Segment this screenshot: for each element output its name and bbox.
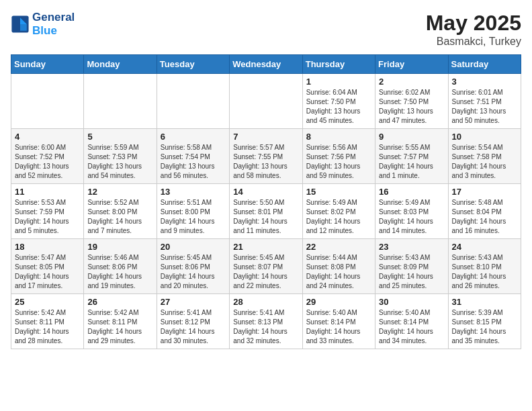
day-number: 5 bbox=[87, 132, 152, 142]
day-info: Sunrise: 5:49 AM Sunset: 8:03 PM Dayligh… bbox=[379, 198, 444, 236]
day-cell: 15Sunrise: 5:49 AM Sunset: 8:02 PM Dayli… bbox=[302, 184, 375, 239]
day-cell: 13Sunrise: 5:51 AM Sunset: 8:00 PM Dayli… bbox=[157, 184, 229, 239]
day-info: Sunrise: 5:45 AM Sunset: 8:06 PM Dayligh… bbox=[161, 253, 226, 291]
day-info: Sunrise: 5:41 AM Sunset: 8:12 PM Dayligh… bbox=[161, 308, 226, 346]
day-info: Sunrise: 5:44 AM Sunset: 8:08 PM Dayligh… bbox=[306, 253, 371, 291]
day-cell: 28Sunrise: 5:41 AM Sunset: 8:13 PM Dayli… bbox=[230, 294, 302, 349]
day-number: 31 bbox=[452, 297, 517, 307]
day-number: 15 bbox=[306, 187, 371, 197]
day-info: Sunrise: 5:45 AM Sunset: 8:07 PM Dayligh… bbox=[233, 253, 298, 291]
day-info: Sunrise: 5:41 AM Sunset: 8:13 PM Dayligh… bbox=[233, 308, 298, 346]
day-cell: 23Sunrise: 5:43 AM Sunset: 8:09 PM Dayli… bbox=[375, 239, 448, 294]
logo-text: General Blue bbox=[32, 11, 75, 38]
day-cell: 11Sunrise: 5:53 AM Sunset: 7:59 PM Dayli… bbox=[11, 184, 84, 239]
day-number: 16 bbox=[379, 187, 444, 197]
day-info: Sunrise: 5:56 AM Sunset: 7:56 PM Dayligh… bbox=[306, 143, 371, 181]
day-number: 21 bbox=[233, 242, 298, 252]
day-info: Sunrise: 6:00 AM Sunset: 7:52 PM Dayligh… bbox=[15, 143, 80, 181]
day-number: 29 bbox=[306, 297, 371, 307]
day-info: Sunrise: 5:43 AM Sunset: 8:10 PM Dayligh… bbox=[452, 253, 517, 291]
day-number: 8 bbox=[306, 132, 371, 142]
day-cell: 31Sunrise: 5:39 AM Sunset: 8:15 PM Dayli… bbox=[448, 294, 521, 349]
day-info: Sunrise: 5:50 AM Sunset: 8:01 PM Dayligh… bbox=[233, 198, 298, 236]
day-number: 19 bbox=[87, 242, 152, 252]
day-number: 14 bbox=[233, 187, 298, 197]
weekday-header-monday: Monday bbox=[84, 55, 157, 74]
weekday-header-wednesday: Wednesday bbox=[230, 55, 302, 74]
day-cell: 17Sunrise: 5:48 AM Sunset: 8:04 PM Dayli… bbox=[448, 184, 521, 239]
day-cell bbox=[11, 74, 84, 129]
day-info: Sunrise: 5:47 AM Sunset: 8:05 PM Dayligh… bbox=[15, 253, 80, 291]
day-cell: 12Sunrise: 5:52 AM Sunset: 8:00 PM Dayli… bbox=[84, 184, 157, 239]
day-number: 11 bbox=[15, 187, 80, 197]
day-cell: 19Sunrise: 5:46 AM Sunset: 8:06 PM Dayli… bbox=[84, 239, 157, 294]
day-cell: 10Sunrise: 5:54 AM Sunset: 7:58 PM Dayli… bbox=[448, 129, 521, 184]
weekday-header-thursday: Thursday bbox=[302, 55, 375, 74]
day-cell: 5Sunrise: 5:59 AM Sunset: 7:53 PM Daylig… bbox=[84, 129, 157, 184]
day-info: Sunrise: 5:59 AM Sunset: 7:53 PM Dayligh… bbox=[87, 143, 152, 181]
day-info: Sunrise: 5:52 AM Sunset: 8:00 PM Dayligh… bbox=[87, 198, 152, 236]
day-cell bbox=[157, 74, 229, 129]
day-cell: 6Sunrise: 5:58 AM Sunset: 7:54 PM Daylig… bbox=[157, 129, 229, 184]
day-cell: 21Sunrise: 5:45 AM Sunset: 8:07 PM Dayli… bbox=[230, 239, 302, 294]
day-cell: 1Sunrise: 6:04 AM Sunset: 7:50 PM Daylig… bbox=[302, 74, 375, 129]
day-cell bbox=[84, 74, 157, 129]
day-number: 22 bbox=[306, 242, 371, 252]
day-number: 4 bbox=[15, 132, 80, 142]
day-info: Sunrise: 5:48 AM Sunset: 8:04 PM Dayligh… bbox=[452, 198, 517, 236]
day-cell bbox=[230, 74, 302, 129]
day-number: 20 bbox=[161, 242, 226, 252]
day-number: 3 bbox=[452, 77, 517, 87]
day-cell: 24Sunrise: 5:43 AM Sunset: 8:10 PM Dayli… bbox=[448, 239, 521, 294]
weekday-header-sunday: Sunday bbox=[11, 55, 84, 74]
day-info: Sunrise: 6:01 AM Sunset: 7:51 PM Dayligh… bbox=[452, 88, 517, 126]
day-number: 13 bbox=[161, 187, 226, 197]
day-number: 12 bbox=[87, 187, 152, 197]
weekday-header-tuesday: Tuesday bbox=[157, 55, 229, 74]
weekday-header-row: SundayMondayTuesdayWednesdayThursdayFrid… bbox=[11, 55, 521, 74]
week-row-4: 18Sunrise: 5:47 AM Sunset: 8:05 PM Dayli… bbox=[11, 239, 521, 294]
day-number: 17 bbox=[452, 187, 517, 197]
page-header: General Blue May 2025 Basmakci, Turkey bbox=[11, 11, 521, 48]
day-info: Sunrise: 5:42 AM Sunset: 8:11 PM Dayligh… bbox=[87, 308, 152, 346]
day-number: 28 bbox=[233, 297, 298, 307]
day-cell: 29Sunrise: 5:40 AM Sunset: 8:14 PM Dayli… bbox=[302, 294, 375, 349]
day-cell: 7Sunrise: 5:57 AM Sunset: 7:55 PM Daylig… bbox=[230, 129, 302, 184]
day-info: Sunrise: 6:04 AM Sunset: 7:50 PM Dayligh… bbox=[306, 88, 371, 126]
day-number: 24 bbox=[452, 242, 517, 252]
day-info: Sunrise: 5:40 AM Sunset: 8:14 PM Dayligh… bbox=[306, 308, 371, 346]
day-info: Sunrise: 5:58 AM Sunset: 7:54 PM Dayligh… bbox=[161, 143, 226, 181]
day-cell: 27Sunrise: 5:41 AM Sunset: 8:12 PM Dayli… bbox=[157, 294, 229, 349]
day-info: Sunrise: 5:54 AM Sunset: 7:58 PM Dayligh… bbox=[452, 143, 517, 181]
day-number: 1 bbox=[306, 77, 371, 87]
day-info: Sunrise: 5:53 AM Sunset: 7:59 PM Dayligh… bbox=[15, 198, 80, 236]
svg-marker-2 bbox=[20, 24, 27, 31]
weekday-header-friday: Friday bbox=[375, 55, 448, 74]
day-info: Sunrise: 5:57 AM Sunset: 7:55 PM Dayligh… bbox=[233, 143, 298, 181]
day-info: Sunrise: 5:39 AM Sunset: 8:15 PM Dayligh… bbox=[452, 308, 517, 346]
day-number: 2 bbox=[379, 77, 444, 87]
day-cell: 8Sunrise: 5:56 AM Sunset: 7:56 PM Daylig… bbox=[302, 129, 375, 184]
month-title: May 2025 bbox=[426, 11, 521, 36]
logo: General Blue bbox=[11, 11, 75, 38]
logo-icon bbox=[11, 15, 30, 34]
week-row-2: 4Sunrise: 6:00 AM Sunset: 7:52 PM Daylig… bbox=[11, 129, 521, 184]
day-number: 30 bbox=[379, 297, 444, 307]
weekday-header-saturday: Saturday bbox=[448, 55, 521, 74]
day-info: Sunrise: 6:02 AM Sunset: 7:50 PM Dayligh… bbox=[379, 88, 444, 126]
day-number: 9 bbox=[379, 132, 444, 142]
location: Basmakci, Turkey bbox=[426, 36, 521, 48]
day-cell: 18Sunrise: 5:47 AM Sunset: 8:05 PM Dayli… bbox=[11, 239, 84, 294]
day-info: Sunrise: 5:42 AM Sunset: 8:11 PM Dayligh… bbox=[15, 308, 80, 346]
calendar: SundayMondayTuesdayWednesdayThursdayFrid… bbox=[11, 54, 521, 349]
day-number: 6 bbox=[161, 132, 226, 142]
day-info: Sunrise: 5:46 AM Sunset: 8:06 PM Dayligh… bbox=[87, 253, 152, 291]
day-cell: 20Sunrise: 5:45 AM Sunset: 8:06 PM Dayli… bbox=[157, 239, 229, 294]
title-block: May 2025 Basmakci, Turkey bbox=[426, 11, 521, 48]
day-cell: 4Sunrise: 6:00 AM Sunset: 7:52 PM Daylig… bbox=[11, 129, 84, 184]
day-info: Sunrise: 5:55 AM Sunset: 7:57 PM Dayligh… bbox=[379, 143, 444, 181]
day-cell: 16Sunrise: 5:49 AM Sunset: 8:03 PM Dayli… bbox=[375, 184, 448, 239]
day-info: Sunrise: 5:49 AM Sunset: 8:02 PM Dayligh… bbox=[306, 198, 371, 236]
week-row-1: 1Sunrise: 6:04 AM Sunset: 7:50 PM Daylig… bbox=[11, 74, 521, 129]
week-row-3: 11Sunrise: 5:53 AM Sunset: 7:59 PM Dayli… bbox=[11, 184, 521, 239]
